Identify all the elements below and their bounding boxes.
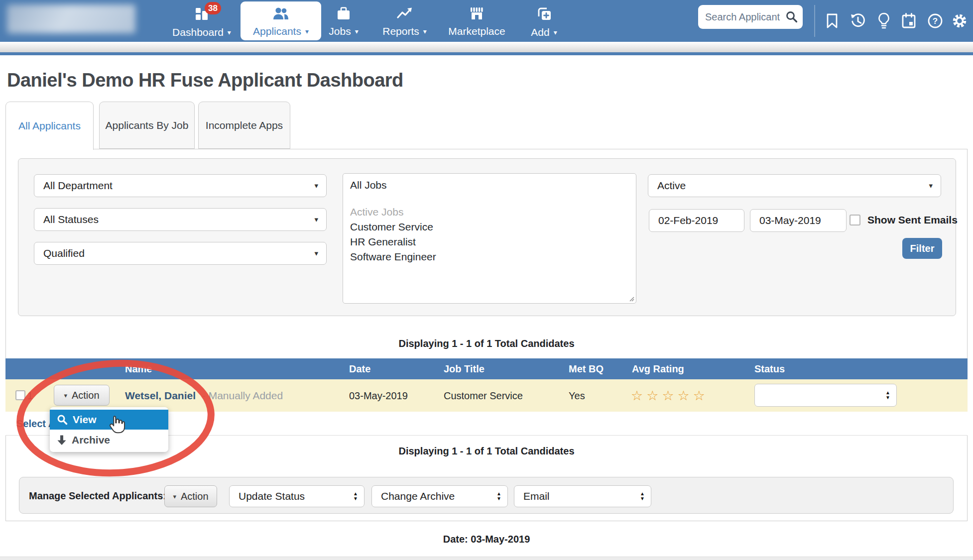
chevron-down-icon: ▾ — [423, 27, 427, 35]
jobs-option-all[interactable]: All Jobs — [350, 178, 629, 193]
settings-gear-icon[interactable] — [949, 10, 971, 32]
add-icon — [537, 6, 552, 24]
magnifier-icon — [57, 414, 68, 425]
chevron-down-icon: ▾ — [314, 181, 318, 190]
tab-all-applicants[interactable]: All Applicants — [5, 102, 94, 150]
calendar-icon[interactable] — [898, 10, 920, 32]
chevron-down-icon: ▾ — [554, 28, 557, 36]
email-select[interactable]: Email ▲▼ — [514, 485, 651, 507]
department-select-value: All Department — [43, 180, 113, 192]
column-header-status[interactable]: Status — [754, 363, 785, 375]
filter-button-label: Filter — [910, 243, 935, 254]
applicant-name-link[interactable]: Wetsel, Daniel — [125, 390, 196, 401]
menu-view-label: View — [73, 414, 96, 426]
accent-divider — [0, 52, 973, 55]
change-archive-select[interactable]: Change Archive ▲▼ — [371, 485, 508, 507]
chevron-down-icon: ▾ — [305, 27, 309, 35]
footer-strip — [0, 557, 973, 560]
jobs-option[interactable]: HR Generalist — [350, 234, 629, 249]
rating-stars[interactable]: ☆☆☆☆☆ — [631, 388, 709, 404]
nav-label-dashboard: Dashboard — [172, 26, 224, 38]
chevron-down-icon: ▾ — [228, 28, 231, 36]
select-stepper-icon: ▲▼ — [640, 491, 645, 501]
notification-badge: 38 — [205, 2, 221, 14]
chart-icon — [397, 6, 413, 23]
archive-state-select[interactable]: Active ▾ — [648, 174, 941, 197]
qualified-select-value: Qualified — [43, 247, 85, 259]
manage-selected-label: Manage Selected Applicants: — [29, 490, 166, 502]
storefront-icon — [470, 6, 485, 23]
nav-item-dashboard[interactable]: 38 Dashboard ▾ — [169, 0, 234, 42]
date-to-field[interactable]: 03-May-2019 — [750, 209, 847, 232]
nav-item-marketplace[interactable]: Marketplace — [441, 0, 513, 42]
nav-label-add: Add — [531, 26, 549, 38]
briefcase-icon — [336, 6, 351, 23]
column-header-job-title[interactable]: Job Title — [444, 363, 485, 375]
nav-label-marketplace: Marketplace — [448, 25, 505, 37]
update-status-select[interactable]: Update Status ▲▼ — [229, 485, 365, 507]
tab-incomplete-apps[interactable]: Incomplete Apps — [198, 102, 290, 149]
search-box — [698, 5, 803, 29]
manage-action-button[interactable]: ▾ Action — [164, 485, 217, 507]
column-header-date[interactable]: Date — [349, 363, 370, 375]
update-status-value: Update Status — [239, 490, 305, 502]
date-from-value: 02-Feb-2019 — [658, 215, 718, 226]
svg-text:?: ? — [933, 16, 938, 26]
tab-applicants-by-job[interactable]: Applicants By Job — [99, 102, 195, 149]
filter-button[interactable]: Filter — [902, 238, 942, 259]
qualified-select[interactable]: Qualified ▾ — [34, 242, 327, 265]
row-date: 03-May-2019 — [349, 390, 408, 401]
date-from-field[interactable]: 02-Feb-2019 — [649, 209, 744, 232]
nav-item-reports[interactable]: Reports ▾ — [376, 0, 433, 42]
select-stepper-icon: ▲▼ — [353, 491, 358, 501]
select-stepper-icon: ▲▼ — [496, 491, 501, 501]
menu-item-archive[interactable]: Archive — [50, 430, 168, 450]
help-icon[interactable]: ? — [924, 10, 946, 32]
nav-label-jobs: Jobs — [329, 25, 351, 37]
nav-item-applicants[interactable]: Applicants ▾ — [243, 0, 318, 42]
date-to-value: 03-May-2019 — [759, 215, 821, 226]
nav-label-applicants: Applicants — [253, 25, 301, 37]
jobs-option[interactable]: Customer Service — [350, 220, 629, 234]
jobs-listbox[interactable]: All Jobs Active Jobs Customer Service HR… — [343, 173, 636, 304]
column-header-met-bq[interactable]: Met BQ — [569, 363, 604, 375]
row-job-title: Customer Service — [444, 390, 523, 401]
jobs-list-gap — [350, 193, 629, 205]
search-icon[interactable] — [785, 10, 798, 23]
select-stepper-icon: ▲▼ — [885, 390, 890, 400]
applicants-icon — [272, 6, 289, 23]
top-nav: 38 Dashboard ▾ Applicants ▾ — [0, 0, 973, 42]
chevron-down-icon: ▾ — [64, 392, 67, 399]
tab-label: Applicants By Job — [106, 119, 189, 131]
column-header-avg-rating[interactable]: Avg Rating — [632, 363, 684, 375]
applicant-source-label: - Manually Added — [202, 390, 283, 401]
email-select-value: Email — [523, 490, 550, 502]
row-action-button[interactable]: ▾ Action — [54, 385, 110, 406]
nav-label-reports: Reports — [382, 25, 419, 37]
show-sent-emails-checkbox[interactable] — [850, 215, 860, 225]
chevron-down-icon: ▾ — [314, 249, 318, 258]
change-archive-value: Change Archive — [381, 490, 455, 502]
nav-item-jobs[interactable]: Jobs ▾ — [324, 0, 364, 42]
jobs-group-label: Active Jobs — [350, 205, 629, 220]
show-sent-emails-label: Show Sent Emails — [867, 214, 958, 226]
menu-archive-label: Archive — [72, 434, 110, 446]
history-icon[interactable] — [847, 10, 869, 32]
status-filter-select[interactable]: All Statuses ▾ — [34, 208, 327, 231]
lightbulb-icon[interactable] — [873, 10, 895, 32]
nav-divider — [814, 5, 815, 37]
nav-item-add[interactable]: Add ▾ — [523, 0, 565, 42]
row-checkbox[interactable] — [15, 390, 25, 400]
jobs-option[interactable]: Software Engineer — [350, 249, 629, 264]
row-status-select[interactable]: ▲▼ — [754, 384, 897, 407]
manage-action-label: Action — [181, 491, 209, 502]
row-action-label: Action — [72, 390, 100, 401]
column-header-name[interactable]: Name — [125, 363, 152, 375]
chevron-down-icon: ▾ — [355, 27, 359, 35]
department-select[interactable]: All Department ▾ — [34, 174, 327, 197]
table-header: Name Date Job Title Met BQ Avg Rating St… — [5, 358, 968, 379]
menu-item-view[interactable]: View — [50, 410, 168, 430]
resize-grip-icon[interactable] — [628, 296, 634, 302]
bookmark-icon[interactable] — [821, 10, 843, 32]
chevron-down-icon: ▾ — [929, 181, 933, 190]
